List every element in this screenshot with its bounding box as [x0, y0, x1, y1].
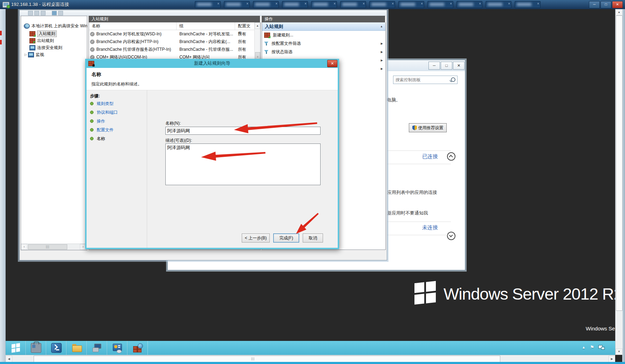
tray-show-hidden-icon[interactable]: ▲	[582, 345, 586, 349]
rdp-vertical-scrollbar[interactable]: ▲ ▼	[615, 9, 623, 355]
column-header-profile[interactable]: 配置文件	[235, 22, 254, 30]
disconnected-section-label[interactable]: 未连接	[422, 224, 438, 231]
scroll-down-icon[interactable]: ▼	[616, 349, 623, 355]
blurred-tab[interactable]	[224, 1, 250, 8]
scrollbar-thumb[interactable]	[616, 15, 623, 311]
divider	[386, 164, 451, 164]
blurred-tab[interactable]	[311, 1, 337, 8]
search-input[interactable]	[395, 76, 449, 83]
taskbar-item-server-manager[interactable]	[26, 341, 46, 355]
scroll-right-icon[interactable]: ▶	[609, 356, 615, 362]
tree-root-item[interactable]: 本地计算机 上的高级安全 Win	[24, 22, 87, 29]
action-filter-by-profile[interactable]: 按配置文件筛选 ▶	[262, 39, 385, 48]
step-rule-type[interactable]: 规则类型	[90, 100, 114, 107]
rule-row[interactable]: ✓BranchCache 托管缓存服务器(HTTP-In) BranchCach…	[89, 46, 260, 53]
maximize-button[interactable]: □	[600, 1, 611, 8]
blurred-tab[interactable]	[195, 1, 221, 8]
column-header-name[interactable]: 名称	[89, 22, 177, 30]
scroll-up-icon[interactable]: ▲	[616, 9, 623, 15]
collapse-up-icon[interactable]: ▲	[380, 25, 383, 28]
tree-item-outbound-rules[interactable]: 出站规则	[29, 37, 54, 44]
scroll-left-icon[interactable]: ‹	[21, 244, 27, 250]
back-button[interactable]: < 上一步(B)	[242, 233, 270, 243]
rule-description-textarea[interactable]: 阿泽源码网	[165, 144, 321, 185]
steps-label: 步骤:	[90, 93, 100, 99]
rule-row[interactable]: ✓BranchCache 内容检索(HTTP-In) BranchCache -…	[89, 38, 260, 46]
tray-network-icon[interactable]	[598, 345, 604, 349]
action-new-rule[interactable]: 新建规则...	[262, 31, 385, 39]
taskbar-item-powershell[interactable]	[46, 341, 67, 355]
toolbar-button[interactable]	[41, 11, 46, 15]
taskbar-item-file-explorer[interactable]	[67, 341, 87, 355]
blurred-tab[interactable]	[253, 1, 279, 8]
actions-section-header[interactable]: 入站规则 ▲	[262, 22, 385, 31]
column-header-group[interactable]: 组	[177, 22, 235, 30]
maximize-button[interactable]: □	[441, 62, 452, 70]
rule-group: BranchCache - 对等机发现...	[177, 31, 235, 37]
taskbar-item-firewall[interactable]	[128, 341, 148, 355]
powershell-icon	[51, 343, 62, 353]
toolbar-button[interactable]	[58, 11, 63, 15]
taskbar: ▲ ⚑	[6, 341, 615, 355]
step-name-current[interactable]: 名称	[90, 135, 105, 142]
blurred-tab[interactable]	[427, 1, 453, 8]
scroll-left-icon[interactable]: ◀	[6, 356, 12, 362]
rule-name: BranchCache 对等机发现(WSD-In)	[96, 31, 162, 37]
rdp-horizontal-scrollbar[interactable]: ◀ ||| ▶	[6, 355, 615, 362]
taskbar-item-control-panel[interactable]	[107, 341, 128, 355]
computer-devices-icon	[92, 343, 102, 352]
close-button[interactable]: ✕	[612, 1, 623, 8]
blurred-tab[interactable]	[340, 1, 366, 8]
tree-item-monitoring[interactable]: ▷ 监视	[25, 51, 44, 58]
scroll-up-icon[interactable]: ▲	[255, 22, 260, 29]
step-bullet-icon	[90, 119, 94, 123]
control-panel-search[interactable]	[393, 76, 458, 84]
tree-expander-icon[interactable]: ▷	[25, 53, 27, 56]
blurred-tab[interactable]	[282, 1, 308, 8]
filter-icon	[264, 41, 269, 46]
tree-horizontal-scrollbar[interactable]: ‹ ||| ›	[21, 244, 86, 250]
blurred-tab[interactable]	[369, 1, 395, 8]
use-recommended-settings-button[interactable]: 使用推荐设置	[409, 123, 447, 132]
connected-section-label[interactable]: 已连接	[422, 153, 438, 160]
taskbar-item-devices[interactable]	[87, 341, 107, 355]
step-label[interactable]: 配置文件	[97, 127, 114, 133]
blurred-tab[interactable]	[515, 1, 541, 8]
blurred-tab[interactable]	[398, 1, 424, 8]
rule-row[interactable]: ✓BranchCache 对等机发现(WSD-In) BranchCache -…	[89, 30, 260, 38]
blurred-tab[interactable]	[486, 1, 511, 8]
collapse-section-icon[interactable]	[447, 152, 455, 161]
scrollbar-thumb[interactable]: |||	[28, 244, 67, 250]
red-edge-mark	[0, 31, 2, 35]
toolbar-button[interactable]	[52, 11, 57, 15]
tray-flag-icon[interactable]: ⚑	[590, 344, 594, 350]
step-label[interactable]: 操作	[97, 118, 105, 124]
close-button[interactable]: ✕	[453, 62, 465, 70]
finish-button[interactable]: 完成(F)	[273, 233, 299, 243]
name-field-label: 名称(N):	[165, 120, 181, 126]
red-edge-mark	[0, 40, 2, 44]
action-filter-by-state[interactable]: 按状态筛选 ▶	[262, 48, 385, 56]
actions-panel-title: 操作	[262, 16, 385, 22]
search-icon[interactable]	[451, 77, 455, 82]
scrollbar-thumb[interactable]: |||	[34, 356, 500, 362]
close-button[interactable]: ✕	[327, 60, 337, 67]
toolbar-button[interactable]	[34, 11, 39, 15]
rule-name-input[interactable]	[165, 127, 321, 135]
rule-status-icon: ✓	[90, 47, 95, 52]
step-label[interactable]: 协议和端口	[97, 110, 118, 115]
tree-item-inbound-rules[interactable]: 入站规则	[29, 30, 57, 37]
step-label[interactable]: 规则类型	[97, 101, 114, 107]
start-button[interactable]	[6, 341, 26, 355]
blurred-tab[interactable]	[456, 1, 482, 8]
toolbar-button[interactable]	[28, 11, 33, 15]
expand-section-icon[interactable]	[447, 232, 455, 240]
step-action[interactable]: 操作	[90, 118, 105, 125]
minimize-button[interactable]: ─	[589, 1, 600, 8]
step-profile[interactable]: 配置文件	[90, 126, 114, 133]
wizard-title: 新建入站规则向导	[85, 59, 339, 68]
cancel-button[interactable]: 取消	[303, 233, 323, 243]
tree-item-connection-security[interactable]: 连接安全规则	[29, 44, 62, 51]
step-protocol-ports[interactable]: 协议和端口	[90, 109, 118, 116]
minimize-button[interactable]: ─	[428, 62, 440, 70]
